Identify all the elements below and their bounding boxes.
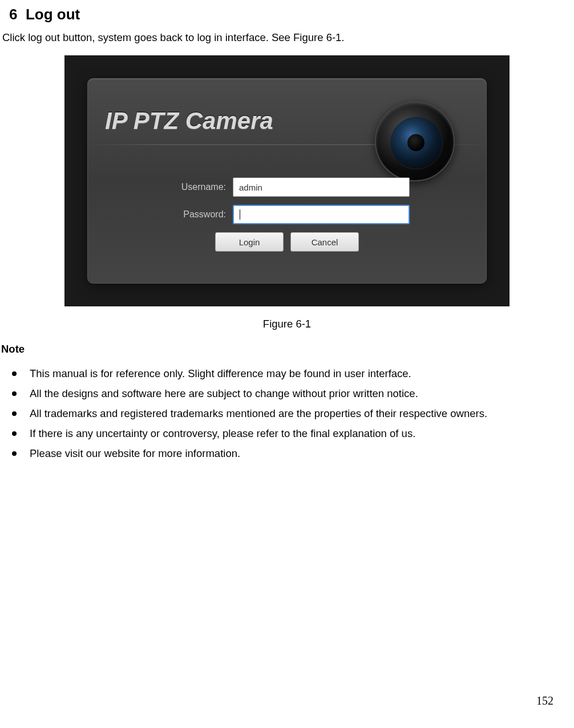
text-cursor [240,209,240,220]
login-screenshot: IP PTZ Camera Username: admin Password: [64,55,510,306]
list-item: This manual is for reference only. Sligh… [2,363,572,383]
figure-wrapper: IP PTZ Camera Username: admin Password: [0,55,574,306]
username-label: Username: [164,182,233,192]
section-title: Log out [26,6,80,23]
figure-caption: Figure 6-1 [0,318,574,330]
note-list: This manual is for reference only. Sligh… [0,363,574,463]
login-panel: IP PTZ Camera Username: admin Password: [87,78,487,284]
password-input[interactable] [233,205,410,224]
note-heading: Note [0,343,574,355]
section-heading: 6 Log out [0,0,574,23]
page-number: 152 [536,694,553,707]
login-form: Username: admin Password: Login Cancel [164,177,410,252]
intro-text: Click log out button, system goes back t… [0,31,574,44]
list-item: Please visit our website for more inform… [2,443,572,463]
cancel-button[interactable]: Cancel [290,232,359,252]
list-item: All the designs and software here are su… [2,383,572,403]
list-item: If there is any uncertainty or controver… [2,423,572,443]
login-button[interactable]: Login [215,232,284,252]
password-row: Password: [164,205,410,224]
section-number: 6 [9,6,17,23]
username-row: Username: admin [164,177,410,197]
camera-lens-icon [375,102,455,181]
button-row: Login Cancel [164,232,410,252]
password-label: Password: [164,209,233,220]
list-item: All trademarks and registered trademarks… [2,403,572,423]
username-input[interactable]: admin [233,177,410,197]
username-value: admin [239,183,262,192]
